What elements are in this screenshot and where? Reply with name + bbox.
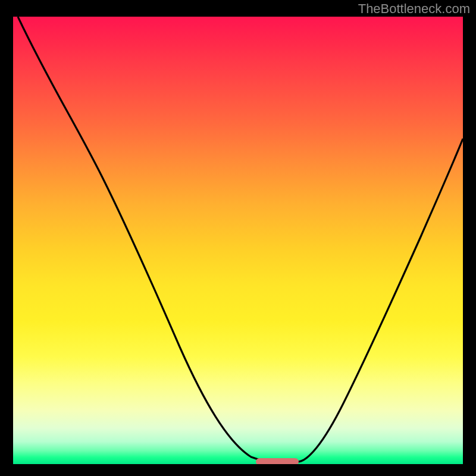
watermark-text: TheBottleneck.com bbox=[358, 1, 470, 17]
chart-frame bbox=[0, 0, 476, 476]
